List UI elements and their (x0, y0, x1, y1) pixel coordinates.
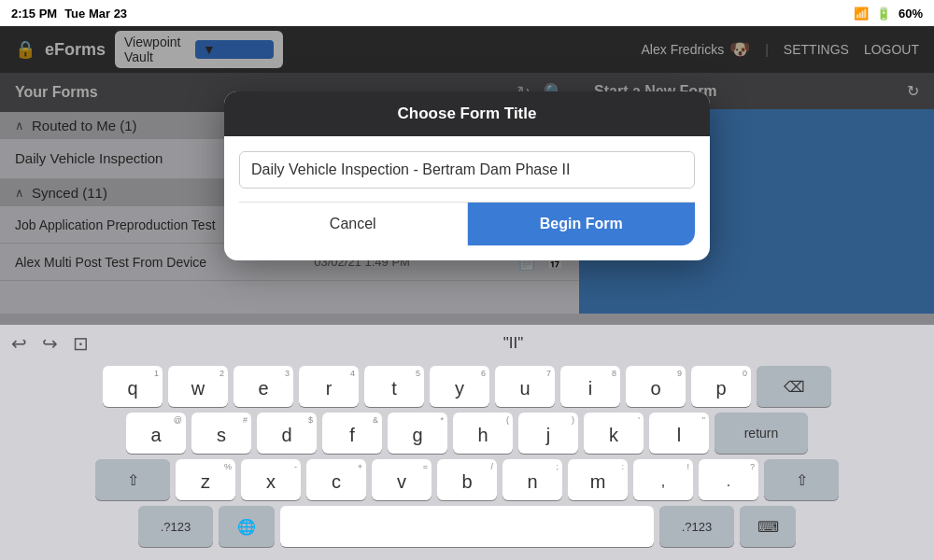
key-t[interactable]: 5t (364, 366, 424, 407)
keyboard-rows: 1q 2w 3e 4r 5t 6y 7u 8i 9o 0p ⌫ @a #s $d… (0, 362, 934, 560)
key-p[interactable]: 0p (691, 366, 751, 407)
keyboard-row-2: @a #s $d &f *g (h )j 'k "l return (6, 413, 928, 454)
begin-form-button[interactable]: Begin Form (468, 203, 696, 245)
key-n[interactable]: ;n (502, 459, 562, 500)
key-y[interactable]: 6y (430, 366, 489, 407)
key-period[interactable]: ?. (699, 459, 758, 500)
key-g[interactable]: *g (388, 413, 447, 454)
key-k[interactable]: 'k (584, 413, 644, 454)
key-m[interactable]: :m (568, 459, 628, 500)
modal-buttons: Cancel Begin Form (239, 202, 695, 245)
copy-button[interactable]: ⊡ (73, 332, 89, 355)
battery-icon: 🔋 (876, 7, 891, 21)
choose-form-title-modal: Choose Form Title Cancel Begin Form (224, 91, 710, 260)
autocomplete-word: "II" (104, 334, 923, 353)
status-time: 2:15 PM (11, 7, 57, 21)
return-key[interactable]: return (715, 413, 808, 454)
wifi-icon: 📶 (854, 7, 869, 21)
shift-key-right[interactable]: ⇧ (764, 459, 839, 500)
keyboard-row-3: ⇧ %z -x +c =v /b ;n :m !, ?. ⇧ (6, 459, 928, 500)
key-i[interactable]: 8i (560, 366, 620, 407)
modal-body: Cancel Begin Form (224, 136, 710, 260)
cancel-button[interactable]: Cancel (239, 203, 468, 245)
key-f[interactable]: &f (322, 413, 382, 454)
status-left: 2:15 PM Tue Mar 23 (11, 7, 127, 21)
key-l[interactable]: "l (649, 413, 709, 454)
space-key[interactable] (280, 506, 654, 547)
modal-overlay: Choose Form Title Cancel Begin Form (0, 26, 934, 325)
redo-button[interactable]: ↪ (42, 332, 58, 355)
shift-key-left[interactable]: ⇧ (95, 459, 170, 500)
form-title-input[interactable] (239, 151, 695, 189)
globe-key[interactable]: 🌐 (219, 506, 275, 547)
key-j[interactable]: )j (518, 413, 578, 454)
status-day: Tue Mar 23 (64, 7, 127, 21)
key-b[interactable]: /b (437, 459, 497, 500)
status-right: 📶 🔋 60% (854, 7, 923, 21)
keyboard-top-bar: ↩ ↪ ⊡ "II" (0, 325, 934, 362)
key-d[interactable]: $d (257, 413, 317, 454)
keyboard-row-4: .?123 🌐 .?123 ⌨ (6, 506, 928, 547)
key-s[interactable]: #s (191, 413, 251, 454)
undo-button[interactable]: ↩ (11, 332, 27, 355)
keyboard-hide-key[interactable]: ⌨ (740, 506, 796, 547)
key-r[interactable]: 4r (299, 366, 359, 407)
delete-key[interactable]: ⌫ (757, 366, 831, 407)
status-bar: 2:15 PM Tue Mar 23 📶 🔋 60% (0, 0, 934, 26)
key-comma[interactable]: !, (633, 459, 693, 500)
battery-percent: 60% (899, 7, 923, 21)
key-w[interactable]: 2w (168, 366, 228, 407)
key-q[interactable]: 1q (103, 366, 163, 407)
key-z[interactable]: %z (176, 459, 235, 500)
modal-title: Choose Form Title (398, 105, 537, 122)
num123-key[interactable]: .?123 (138, 506, 213, 547)
num123-key-right[interactable]: .?123 (659, 506, 734, 547)
key-o[interactable]: 9o (626, 366, 686, 407)
key-a[interactable]: @a (126, 413, 186, 454)
key-x[interactable]: -x (241, 459, 301, 500)
keyboard-row-1: 1q 2w 3e 4r 5t 6y 7u 8i 9o 0p ⌫ (6, 366, 928, 407)
key-c[interactable]: +c (306, 459, 366, 500)
key-u[interactable]: 7u (495, 366, 555, 407)
key-h[interactable]: (h (453, 413, 513, 454)
keyboard: ↩ ↪ ⊡ "II" 1q 2w 3e 4r 5t 6y 7u 8i 9o 0p… (0, 325, 934, 560)
modal-header: Choose Form Title (224, 91, 710, 136)
key-v[interactable]: =v (372, 459, 432, 500)
key-e[interactable]: 3e (234, 366, 293, 407)
